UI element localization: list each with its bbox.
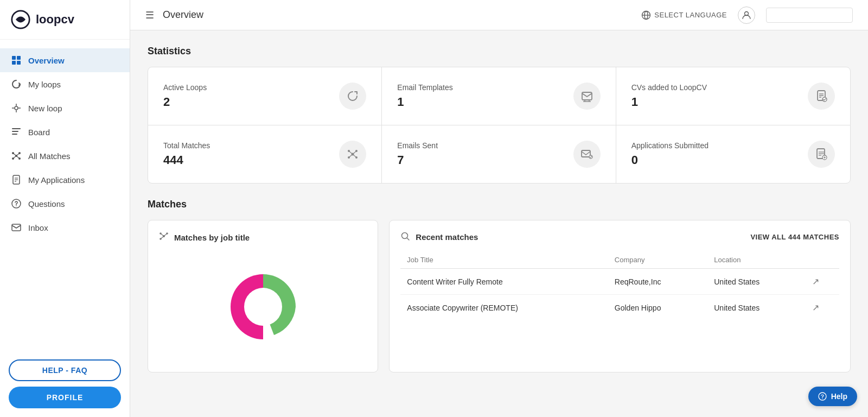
help-faq-button[interactable]: HELP - FAQ: [9, 359, 121, 381]
company-cell: Golden Hippo: [608, 295, 707, 321]
svg-rect-10: [12, 128, 21, 129]
stat-card-cvs-added: CVs added to LoopCV 1: [616, 67, 850, 125]
sidebar-label-overview: Overview: [28, 56, 65, 65]
donut-chart-container: [159, 252, 367, 361]
logo-icon: [11, 10, 30, 29]
stat-label-active-loops: Active Loops: [163, 83, 207, 92]
applications-icon: [815, 148, 828, 161]
statistics-section: Statistics Active Loops 2: [148, 46, 851, 184]
job-title-cell: Content Writer Fully Remote: [400, 269, 608, 295]
svg-rect-11: [12, 131, 18, 132]
sidebar-item-questions[interactable]: Questions: [0, 192, 130, 216]
stat-info-applications-submitted: Applications Submitted 0: [631, 141, 709, 167]
svg-line-19: [16, 153, 20, 156]
svg-rect-51: [582, 150, 590, 157]
logo-area: loopcv: [0, 0, 130, 40]
sidebar-label-inbox: Inbox: [28, 223, 48, 232]
location-cell: United States: [707, 269, 806, 295]
sidebar-label-board: Board: [28, 128, 50, 137]
stat-icon-cvs-added: [808, 83, 835, 110]
globe-icon: [641, 10, 651, 20]
chart-icon: [159, 231, 169, 244]
svg-point-72: [822, 398, 822, 399]
svg-point-71: [819, 393, 826, 400]
search-input[interactable]: [766, 8, 853, 23]
svg-rect-12: [12, 134, 17, 135]
main-area: ☰ Overview SELECT LANGUAGE: [130, 0, 868, 417]
new-loop-icon: [11, 103, 22, 113]
stat-card-applications-submitted: Applications Submitted 0: [616, 125, 850, 183]
network-icon: [346, 148, 359, 161]
user-icon: [742, 10, 751, 20]
stat-label-email-templates: Email Templates: [397, 83, 452, 92]
external-link-icon[interactable]: ↗: [812, 303, 819, 312]
sidebar-item-all-matches[interactable]: All Matches: [0, 144, 130, 168]
topbar-left: ☰ Overview: [145, 9, 203, 21]
sidebar-item-board[interactable]: Board: [0, 120, 130, 144]
recent-header-left: Recent matches: [400, 231, 478, 243]
donut-chart: [209, 263, 317, 350]
stat-value-active-loops: 2: [163, 95, 207, 109]
cv-icon: [815, 90, 828, 103]
svg-rect-1: [12, 56, 16, 60]
svg-line-70: [407, 238, 410, 241]
user-avatar[interactable]: [738, 7, 755, 24]
topbar-right: SELECT LANGUAGE: [641, 7, 853, 24]
stat-value-total-matches: 444: [163, 153, 210, 167]
stat-value-email-templates: 1: [397, 95, 452, 109]
stat-card-total-matches: Total Matches 444: [148, 125, 382, 183]
search-icon: [400, 231, 410, 243]
matches-table-header: Job Title Company Location: [400, 251, 839, 269]
sidebar-label-all-matches: All Matches: [28, 151, 71, 161]
view-all-link[interactable]: VIEW ALL 444 MATCHES: [750, 233, 839, 241]
profile-button[interactable]: PROFILE: [9, 387, 121, 408]
matches-grid: Matches by job title: [148, 220, 851, 372]
stat-info-email-templates: Email Templates 1: [397, 83, 452, 109]
language-selector[interactable]: SELECT LANGUAGE: [641, 10, 727, 20]
logo-text: loopcv: [36, 12, 74, 27]
stat-card-email-templates: Email Templates 1: [382, 67, 616, 125]
action-cell: ↗: [806, 295, 839, 321]
svg-rect-2: [17, 56, 21, 60]
svg-rect-3: [12, 61, 16, 65]
nav-menu: Overview My loops New loo: [0, 40, 130, 351]
col-company: Company: [608, 251, 707, 269]
stat-info-total-matches: Total Matches 444: [163, 141, 210, 167]
external-link-icon[interactable]: ↗: [812, 277, 819, 286]
topbar: ☰ Overview SELECT LANGUAGE: [130, 0, 868, 30]
page-title: Overview: [163, 9, 203, 21]
sidebar-label-questions: Questions: [28, 199, 65, 208]
matches-table-body: Content Writer Fully Remote ReqRoute,Inc…: [400, 269, 839, 321]
stat-icon-active-loops: [339, 83, 366, 110]
svg-line-66: [164, 233, 167, 236]
sidebar-label-my-loops: My loops: [28, 80, 61, 89]
help-float-button[interactable]: Help: [808, 387, 857, 406]
sidebar-item-my-applications[interactable]: My Applications: [0, 168, 130, 192]
questions-icon: [11, 198, 22, 209]
svg-line-18: [13, 153, 16, 156]
refresh-icon: [346, 90, 359, 103]
chart-card-header: Matches by job title: [159, 231, 367, 244]
sidebar-item-my-loops[interactable]: My loops: [0, 72, 130, 96]
hamburger-icon[interactable]: ☰: [145, 9, 154, 21]
stat-value-cvs-added: 1: [631, 95, 707, 109]
help-float-icon: [818, 392, 827, 401]
stat-label-applications-submitted: Applications Submitted: [631, 141, 709, 150]
sidebar-item-overview[interactable]: Overview: [0, 48, 130, 72]
stat-icon-email-templates: [573, 83, 601, 110]
overview-icon: [11, 55, 22, 66]
table-row: Content Writer Fully Remote ReqRoute,Inc…: [400, 269, 839, 295]
email-sent-icon: [580, 148, 593, 161]
svg-rect-4: [17, 61, 21, 65]
svg-point-69: [402, 233, 408, 239]
sidebar-item-inbox[interactable]: Inbox: [0, 216, 130, 239]
table-row: Associate Copywriter (REMOTE) Golden Hip…: [400, 295, 839, 321]
col-job-title: Job Title: [400, 251, 608, 269]
svg-line-21: [16, 156, 20, 159]
matches-section: Matches: [148, 199, 851, 372]
sidebar-item-new-loop[interactable]: New loop: [0, 96, 130, 120]
loops-icon: [11, 79, 22, 90]
stat-label-total-matches: Total Matches: [163, 141, 210, 150]
location-cell: United States: [707, 295, 806, 321]
svg-line-20: [13, 156, 16, 159]
